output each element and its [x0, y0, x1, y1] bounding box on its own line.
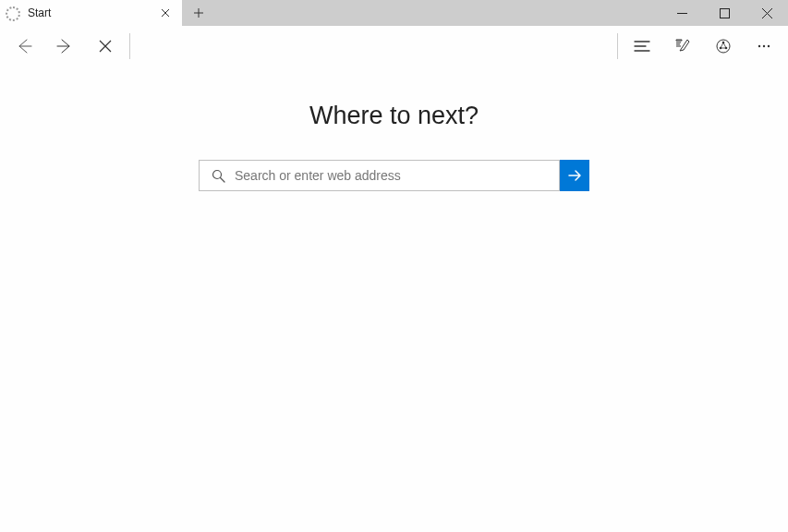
- tab-title: Start: [28, 6, 156, 19]
- window-close-button[interactable]: [746, 0, 788, 26]
- stop-button[interactable]: [85, 26, 126, 66]
- search-icon: [209, 169, 227, 183]
- share-icon: [715, 38, 732, 54]
- more-icon: [756, 38, 772, 54]
- go-arrow-icon: [566, 167, 583, 184]
- svg-rect-0: [720, 8, 729, 18]
- stop-icon: [98, 39, 113, 54]
- web-note-icon: [674, 38, 691, 54]
- svg-point-6: [763, 45, 765, 47]
- more-button[interactable]: [744, 26, 784, 66]
- svg-point-5: [758, 45, 760, 47]
- svg-point-7: [768, 45, 770, 47]
- forward-arrow-icon: [55, 37, 74, 55]
- loading-spinner-icon: [7, 6, 20, 19]
- toolbar-separator: [617, 33, 618, 59]
- maximize-icon: [720, 8, 730, 18]
- close-icon: [161, 8, 170, 18]
- search-box[interactable]: [199, 160, 560, 191]
- back-button[interactable]: [4, 26, 44, 66]
- web-note-button[interactable]: [662, 26, 703, 66]
- new-tab-button[interactable]: [182, 0, 215, 26]
- forward-button[interactable]: [44, 26, 85, 66]
- back-arrow-icon: [15, 37, 33, 55]
- share-button[interactable]: [703, 26, 744, 66]
- plus-icon: [193, 7, 204, 18]
- search-input[interactable]: [235, 168, 550, 183]
- browser-tab[interactable]: Start: [0, 0, 182, 26]
- minimize-icon: [677, 8, 687, 18]
- hub-icon: [634, 38, 650, 54]
- maximize-button[interactable]: [703, 0, 746, 26]
- go-button[interactable]: [560, 160, 589, 191]
- toolbar-separator: [129, 33, 130, 59]
- hub-button[interactable]: [622, 26, 662, 66]
- close-icon: [762, 8, 772, 18]
- minimize-button[interactable]: [661, 0, 703, 26]
- tab-close-button[interactable]: [156, 4, 175, 22]
- page-heading: Where to next?: [309, 102, 479, 130]
